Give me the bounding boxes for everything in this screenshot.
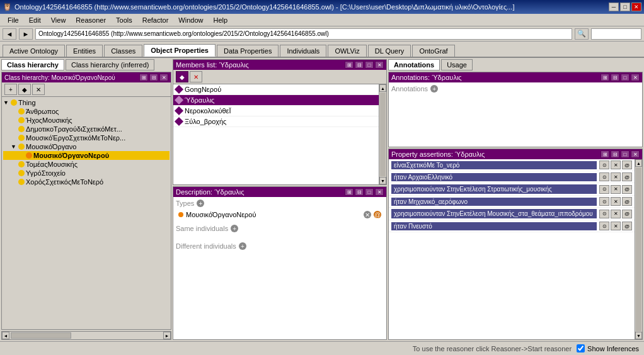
tab-object-properties[interactable]: Object Properties [144,44,216,57]
horizontal-scrollbar[interactable]: ◄ ► [1,331,171,340]
tree-btn-add[interactable]: + [4,84,17,95]
prop-btn-sync-2[interactable]: ⊙ [599,172,609,181]
scroll-right[interactable]: ► [163,332,171,339]
tree-node-mousikoOrganoNerou[interactable]: ΜουσικόΌργανοΝερού [3,151,170,160]
remove-type-button[interactable]: ✕ [364,211,371,218]
scroll-thumb[interactable] [380,93,386,176]
tab-usage[interactable]: Usage [441,59,473,70]
menu-item-help[interactable]: Help [208,15,233,25]
members-btn-diamond[interactable]: ◆ [176,71,188,82]
menu-item-window[interactable]: Window [173,15,208,25]
edit-type-button[interactable]: @ [374,211,381,218]
add-same-button[interactable]: + [231,225,238,232]
scroll-up[interactable]: ▲ [379,84,386,92]
tree-node-mousikoErgo[interactable]: ΜουσικόΈργοΣχετικόΜεΤοΝερ... [3,133,170,142]
tab-dl-query[interactable]: DL Query [368,45,411,57]
tab-ontograf[interactable]: OntoGraf [412,45,454,57]
prop-btn-sync-4[interactable]: ⊙ [599,197,609,206]
back-button[interactable]: ◄ [3,28,16,40]
add-different-button[interactable]: + [239,242,246,250]
menu-item-file[interactable]: File [3,15,24,25]
member-item-ydraulis[interactable]: Ύδραυλις [173,95,379,106]
tab-individuals[interactable]: Individuals [280,45,326,57]
tab-active-ontology[interactable]: Active Ontology [3,45,65,57]
panel-icon-2[interactable]: ⊟ [149,74,158,81]
props-icon-3[interactable]: □ [621,150,630,158]
prop-btn-del-6[interactable]: ✕ [611,222,621,230]
desc-icon-2[interactable]: ⊟ [355,188,364,196]
menu-item-edit[interactable]: Edit [24,15,46,25]
ann-icon-2[interactable]: ⊟ [611,74,619,81]
close-button[interactable]: ✕ [631,3,641,11]
panel-icon-1[interactable]: ⊞ [139,74,148,81]
forward-button[interactable]: ► [19,28,33,40]
props-scrollbar[interactable]: ▲ ▼ [635,159,642,339]
scroll-left[interactable]: ◄ [2,332,9,339]
tab-data-properties[interactable]: Data Properties [217,45,279,57]
members-scrollbar[interactable]: ▲ ▼ [379,84,386,184]
prop-btn-sync[interactable]: ⊙ [599,161,609,169]
members-icon-2[interactable]: ⊟ [355,61,364,69]
props-icon-4[interactable]: ✕ [631,150,640,158]
prop-btn-del-2[interactable]: ✕ [611,172,621,181]
props-icon-2[interactable]: ⊟ [611,150,619,158]
props-scroll-thumb[interactable] [636,167,641,331]
member-item-gong[interactable]: GongΝερού [173,84,379,95]
tab-entities[interactable]: Entities [66,45,103,57]
tab-class-hierarchy-inferred[interactable]: Class hierarchy (inferred) [66,59,154,70]
prop-btn-sync-5[interactable]: ⊙ [599,210,609,218]
members-icon-1[interactable]: ⊞ [345,61,354,69]
prop-btn-sync-6[interactable]: ⊙ [599,222,609,230]
prop-btn-edit[interactable]: @ [622,161,632,169]
scroll-down[interactable]: ▼ [379,177,386,184]
show-inferences-checkbox[interactable] [577,344,585,352]
tab-class-hierarchy[interactable]: Class hierarchy [1,59,64,70]
panel-icon-3[interactable]: ✕ [159,74,168,81]
prop-btn-edit-5[interactable]: @ [622,210,632,218]
menu-item-refactor[interactable]: Refactor [137,15,174,25]
ann-icon-3[interactable]: □ [621,74,630,81]
prop-btn-edit-4[interactable]: @ [622,197,632,206]
desc-icon-1[interactable]: ⊞ [345,188,354,196]
desc-icon-3[interactable]: □ [365,188,374,196]
menu-item-reasoner[interactable]: Reasoner [71,15,111,25]
tree-node-mousikoOrgano[interactable]: ▼ ΜουσικόΌργανο [3,142,170,151]
scroll-thumb[interactable] [11,332,71,339]
maximize-button[interactable]: □ [620,3,630,11]
menu-item-tools[interactable]: Tools [111,15,137,25]
prop-btn-edit-2[interactable]: @ [622,172,632,181]
members-icon-3[interactable]: □ [365,61,374,69]
minimize-button[interactable]: ─ [609,3,619,11]
tree-node-ichos[interactable]: ΉχοςΜουσικής [3,116,170,125]
prop-btn-edit-3[interactable]: @ [622,185,632,194]
ann-icon-1[interactable]: ⊞ [601,74,609,81]
prop-btn-sync-3[interactable]: ⊙ [599,185,609,194]
tree-node-ygro[interactable]: ΥγρόΣτοιχείο [3,169,170,178]
prop-btn-del-4[interactable]: ✕ [611,197,621,206]
tree-btn-diamond[interactable]: ◆ [18,84,31,95]
member-item-xylo[interactable]: Ξύλο_βροχής [173,116,379,127]
members-btn-delete[interactable]: ✕ [190,71,202,82]
menu-item-view[interactable]: View [46,15,71,25]
tab-owlviz[interactable]: OWLViz [328,45,366,57]
prop-btn-del-5[interactable]: ✕ [611,210,621,218]
ann-icon-4[interactable]: ✕ [631,74,640,81]
props-scroll-down[interactable]: ▼ [635,332,642,339]
tree-btn-delete[interactable]: ✕ [32,84,45,95]
members-icon-4[interactable]: ✕ [375,61,384,69]
prop-btn-del-3[interactable]: ✕ [611,185,621,194]
prop-btn-del[interactable]: ✕ [611,161,621,169]
props-icon-1[interactable]: ⊞ [601,150,609,158]
tree-node-dimotiko[interactable]: ΔημοτικοΤραγούδιΣχετικόΜετ... [3,125,170,133]
prop-btn-edit-6[interactable]: @ [622,222,632,230]
add-annotation-button[interactable]: + [430,85,438,93]
props-scroll-up[interactable]: ▲ [635,159,642,167]
address-input[interactable] [35,28,572,40]
show-inferences-label[interactable]: Show Inferences [587,345,639,352]
tree-node-anthropos[interactable]: Άνθρωπος [3,107,170,116]
tree-node-thing[interactable]: ▼ Thing [3,98,170,107]
tab-classes[interactable]: Classes [104,45,142,57]
tree-node-xoros[interactable]: ΧορόςΣχετικόςΜεΤοΝερό [3,178,170,186]
tab-annotations[interactable]: Annotations [388,59,440,70]
add-type-button[interactable]: + [197,200,204,207]
